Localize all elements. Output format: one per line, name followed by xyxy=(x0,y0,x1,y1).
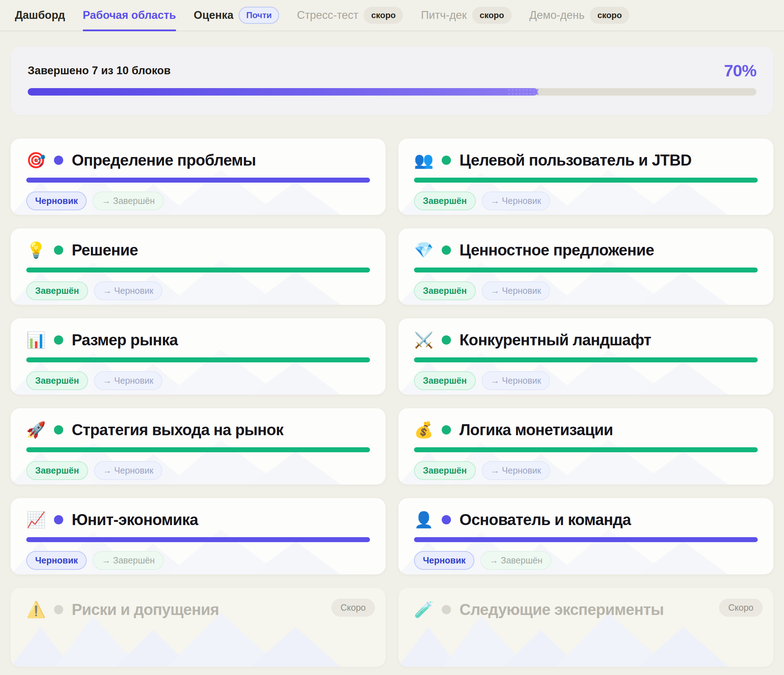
nav-tab-badge-demo-day: скоро xyxy=(590,7,629,24)
progress-banner: Завершено 7 из 10 блоков 70% xyxy=(11,47,773,115)
test-tube-icon: 🧪 xyxy=(414,602,433,617)
status-badge: Завершён xyxy=(414,371,476,390)
nav-tab-label: Питч-дек xyxy=(421,9,467,22)
status-action-badge[interactable]: → Черновик xyxy=(482,192,550,210)
block-title: Решение xyxy=(72,241,138,259)
blocks-grid: 🎯 Определение проблемы Черновик → Заверш… xyxy=(11,139,773,667)
block-card-competitive-landscape[interactable]: ⚔️ Конкурентный ландшафт Завершён → Черн… xyxy=(398,318,773,395)
status-action-badge[interactable]: → Черновик xyxy=(94,461,162,480)
soon-badge: Скоро xyxy=(719,599,763,617)
block-card-target-user-jtbd[interactable]: 👥 Целевой пользователь и JTBD Завершён →… xyxy=(398,139,773,215)
block-title: Следующие эксперименты xyxy=(459,601,664,619)
light-bulb-icon: 💡 xyxy=(26,242,45,258)
block-card-monetization-logic[interactable]: 💰 Логика монетизации Завершён → Черновик xyxy=(398,408,773,485)
users-icon: 👥 xyxy=(414,153,433,168)
status-dot xyxy=(442,335,451,345)
mountains-watermark xyxy=(11,610,386,667)
status-dot xyxy=(442,245,451,255)
block-card-unit-economics[interactable]: 📈 Юнит-экономика Черновик → Завершён xyxy=(11,498,386,574)
nav-tab-label: Демо-день xyxy=(529,9,585,22)
status-action-badge[interactable]: → Черновик xyxy=(94,281,162,300)
status-dot xyxy=(54,245,63,255)
block-card-risks-assumptions[interactable]: ⚠️ Риски и допущения Скоро xyxy=(11,588,386,667)
status-dot xyxy=(442,425,451,435)
block-progress-bar xyxy=(414,268,758,273)
top-nav: ДашбордРабочая областьОценкаПочтиСтресс-… xyxy=(0,0,784,31)
nav-tab-label: Оценка xyxy=(194,9,233,22)
block-progress-bar xyxy=(26,357,370,362)
block-card-go-to-market[interactable]: 🚀 Стратегия выхода на рынок Завершён → Ч… xyxy=(11,408,386,485)
block-title: Размер рынка xyxy=(72,331,178,349)
block-title: Конкурентный ландшафт xyxy=(459,331,651,349)
block-card-market-size[interactable]: 📊 Размер рынка Завершён → Черновик xyxy=(11,318,386,395)
block-card-value-proposition[interactable]: 💎 Ценностное предложение Завершён → Черн… xyxy=(398,228,773,305)
nav-tab-pitch-deck[interactable]: Питч-декскоро xyxy=(421,0,511,31)
nav-tab-demo-day[interactable]: Демо-деньскоро xyxy=(529,0,630,31)
person-icon: 👤 xyxy=(414,512,433,528)
status-badge: Завершён xyxy=(26,371,88,390)
nav-tab-label: Стресс-тест xyxy=(297,9,358,22)
money-bag-icon: 💰 xyxy=(414,422,433,438)
status-dot xyxy=(54,156,63,165)
status-dot xyxy=(442,515,451,524)
nav-tab-stress-test[interactable]: Стресс-тестскоро xyxy=(297,0,403,31)
block-progress-bar xyxy=(26,268,370,273)
progress-track xyxy=(28,88,756,95)
progress-fill xyxy=(28,88,538,95)
progress-banner-title: Завершено 7 из 10 блоков xyxy=(28,64,171,77)
nav-tab-badge-pitch-deck: скоро xyxy=(472,7,512,24)
block-title: Юнит-экономика xyxy=(72,511,198,528)
status-dot xyxy=(442,605,451,614)
block-title: Риски и допущения xyxy=(72,601,219,619)
bar-chart-icon: 📊 xyxy=(26,332,45,348)
block-progress-bar xyxy=(26,447,370,452)
status-badge: Черновик xyxy=(26,192,87,210)
status-action-badge[interactable]: → Черновик xyxy=(94,371,162,390)
status-dot xyxy=(54,425,63,435)
gem-icon: 💎 xyxy=(414,242,433,258)
block-progress-bar xyxy=(26,178,370,182)
block-title: Целевой пользователь и JTBD xyxy=(459,151,691,169)
status-action-badge[interactable]: → Завершён xyxy=(93,192,164,210)
block-progress-bar xyxy=(414,357,758,362)
status-badge: Завершён xyxy=(26,281,88,300)
warning-icon: ⚠️ xyxy=(26,602,45,617)
chart-increasing-icon: 📈 xyxy=(26,512,45,528)
nav-tab-workspace[interactable]: Рабочая область xyxy=(83,0,176,31)
block-title: Ценностное предложение xyxy=(459,241,654,259)
status-badge: Черновик xyxy=(414,551,474,570)
nav-tab-badge-evaluation: Почти xyxy=(239,7,279,24)
block-card-problem-definition[interactable]: 🎯 Определение проблемы Черновик → Заверш… xyxy=(11,139,386,215)
block-title: Стратегия выхода на рынок xyxy=(72,421,283,439)
block-title: Определение проблемы xyxy=(72,151,256,169)
status-dot xyxy=(54,515,63,524)
status-badge: Завершён xyxy=(414,192,476,210)
status-action-badge[interactable]: → Черновик xyxy=(482,281,550,300)
status-badge: Завершён xyxy=(414,461,476,480)
block-card-founder-team[interactable]: 👤 Основатель и команда Черновик → Заверш… xyxy=(398,498,773,574)
block-progress-bar xyxy=(414,537,758,542)
status-dot xyxy=(442,156,451,165)
status-action-badge[interactable]: → Черновик xyxy=(482,371,550,390)
block-title: Логика монетизации xyxy=(459,421,613,439)
status-badge: Черновик xyxy=(26,551,87,570)
mountains-watermark xyxy=(398,610,773,667)
nav-tab-label: Дашборд xyxy=(15,9,65,22)
nav-tab-dashboard[interactable]: Дашборд xyxy=(15,0,65,31)
block-card-next-experiments[interactable]: 🧪 Следующие эксперименты Скоро xyxy=(398,588,773,667)
crossed-swords-icon: ⚔️ xyxy=(414,332,433,348)
block-title: Основатель и команда xyxy=(459,511,631,528)
block-progress-bar xyxy=(414,447,758,452)
progress-percent: 70% xyxy=(724,61,756,80)
block-card-solution[interactable]: 💡 Решение Завершён → Черновик xyxy=(11,228,386,305)
status-action-badge[interactable]: → Черновик xyxy=(482,461,550,480)
status-badge: Завершён xyxy=(26,461,88,480)
status-dot xyxy=(54,605,63,614)
block-progress-bar xyxy=(414,178,758,182)
status-action-badge[interactable]: → Завершён xyxy=(481,551,551,570)
nav-tab-evaluation[interactable]: ОценкаПочти xyxy=(194,0,280,31)
rocket-icon: 🚀 xyxy=(26,422,45,438)
status-badge: Завершён xyxy=(414,281,476,300)
nav-tab-badge-stress-test: скоро xyxy=(364,7,403,24)
status-action-badge[interactable]: → Завершён xyxy=(93,551,164,570)
